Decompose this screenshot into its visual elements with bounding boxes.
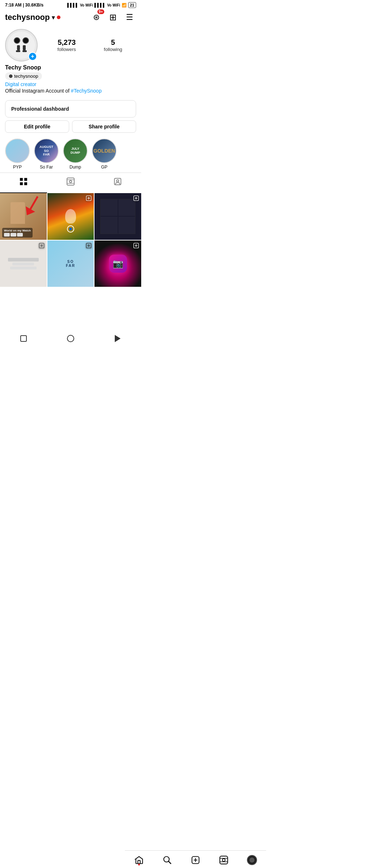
threads-logo-icon: ⊛ [9, 73, 13, 79]
plus-square-icon: ⊞ [109, 12, 117, 22]
nav-icons-group: ⊛ 9+ ⊞ ☰ [90, 11, 136, 24]
grid-item-1[interactable]: World on my Watch [0, 193, 47, 240]
wifi-label: Vo WiFi [80, 3, 93, 7]
hamburger-icon: ☰ [126, 13, 133, 22]
robot-eye-left [14, 37, 20, 44]
highlight-pyp[interactable]: PYP [5, 139, 30, 170]
grid-item-6[interactable]: 📷 [94, 241, 141, 287]
grid-icon [19, 177, 28, 188]
profile-name: Techy Snoop [5, 64, 136, 71]
reels-icon [66, 177, 75, 188]
grid-item-4[interactable] [0, 241, 47, 287]
svg-point-17 [41, 245, 42, 246]
username-area[interactable]: techysnoop ▾ [5, 13, 60, 22]
reel-badge-5 [86, 243, 92, 250]
highlights-row: PYP AUGUSTSOFAR So Far JULYDUMP Dump GOL… [0, 136, 141, 173]
live-dot [57, 16, 60, 19]
battery-icon: 21 [128, 2, 136, 8]
robot-foot-right [22, 50, 27, 52]
highlight-gp[interactable]: GOLDEN GP [92, 139, 117, 170]
followers-stat[interactable]: 5,273 followers [58, 38, 76, 52]
svg-rect-20 [134, 243, 138, 248]
svg-point-21 [135, 245, 137, 246]
grid-item-2[interactable] [47, 193, 94, 240]
robot-leg-left [17, 45, 20, 50]
hamburger-menu-button[interactable]: ☰ [123, 11, 136, 24]
grid-item-3[interactable] [94, 193, 141, 240]
robot-foot-left [16, 50, 20, 52]
svg-rect-16 [39, 243, 44, 248]
top-nav: techysnoop ▾ ⊛ 9+ ⊞ ☰ [0, 9, 141, 27]
highlight-label-sofar: So Far [40, 165, 53, 170]
pro-dashboard[interactable]: Professional dashboard [5, 100, 136, 118]
svg-rect-2 [20, 182, 23, 185]
wifi2-label: Vo WiFi [107, 3, 120, 7]
tab-tagged[interactable] [94, 173, 141, 193]
followers-label: followers [58, 47, 76, 52]
threads-button[interactable]: ⊛ 9+ [90, 11, 103, 24]
tab-reels[interactable] [47, 173, 94, 193]
highlight-sofar[interactable]: AUGUSTSOFAR So Far [34, 139, 59, 170]
sys-back-button[interactable] [112, 333, 123, 344]
profile-tabs [0, 173, 141, 193]
bio-link[interactable]: Digital creator [5, 81, 136, 87]
threads-handle[interactable]: ⊛ techysnoop [5, 72, 42, 80]
svg-rect-0 [20, 178, 23, 181]
svg-rect-18 [87, 243, 91, 248]
highlight-circle-sofar: AUGUSTSOFAR [34, 139, 59, 163]
tab-grid[interactable] [0, 173, 47, 193]
sys-home-button[interactable] [65, 333, 76, 344]
reel-badge-3 [133, 195, 139, 203]
tagged-icon [113, 177, 122, 188]
following-label: following [104, 47, 122, 52]
signal-icon: ▌▌▌▌ [67, 3, 79, 7]
threads-username: techysnoop [14, 73, 38, 79]
edit-profile-button[interactable]: Edit profile [5, 120, 69, 133]
highlight-label-gp: GP [101, 165, 107, 170]
highlight-circle-pyp [5, 139, 30, 163]
create-post-button[interactable]: ⊞ [106, 11, 119, 24]
dropdown-chevron-icon[interactable]: ▾ [52, 14, 55, 21]
svg-rect-14 [134, 196, 138, 200]
notification-badge: 9+ [97, 9, 104, 14]
pro-dashboard-label: Professional dashboard [11, 106, 69, 112]
reel-badge-2 [86, 195, 92, 203]
wifi-icon: 📶 [122, 3, 127, 8]
robot-leg-right [23, 45, 26, 50]
grid-thumb-1: World on my Watch [0, 193, 47, 240]
status-bar: 7:18 AM | 30.6KB/s ▌▌▌▌ Vo WiFi ▌▌▌▌ Vo … [0, 0, 141, 9]
share-profile-button[interactable]: Share profile [72, 120, 136, 133]
action-buttons: Edit profile Share profile [5, 120, 136, 133]
svg-rect-3 [24, 182, 27, 185]
threads-icon: ⊛ [93, 13, 100, 22]
grid-item-5[interactable]: SO FAR [47, 241, 94, 287]
following-count: 5 [104, 38, 122, 47]
status-icons: ▌▌▌▌ Vo WiFi ▌▌▌▌ Vo WiFi 📶 21 [67, 2, 136, 8]
highlight-label-pyp: PYP [13, 165, 22, 170]
add-to-story-button[interactable]: + [28, 52, 37, 61]
svg-rect-4 [67, 178, 74, 185]
sys-square-button[interactable] [18, 333, 29, 344]
reel-badge-4 [39, 243, 45, 250]
reel-badge-6 [133, 243, 139, 250]
system-nav [0, 330, 141, 347]
highlight-dump[interactable]: JULYDUMP Dump [63, 139, 88, 170]
highlight-circle-dump: JULYDUMP [63, 139, 88, 163]
following-stat[interactable]: 5 following [104, 38, 122, 52]
svg-point-19 [88, 245, 89, 246]
highlight-circle-gp: GOLDEN [92, 139, 117, 163]
photo-grid: World on my Watch [0, 193, 141, 287]
svg-rect-12 [87, 196, 91, 200]
svg-point-13 [88, 197, 89, 199]
bio-hashtag[interactable]: #TechySnoop [71, 88, 102, 94]
followers-count: 5,273 [58, 38, 76, 47]
profile-top: + 5,273 followers 5 following [5, 29, 136, 61]
username-text: techysnoop [5, 13, 50, 22]
highlight-label-dump: Dump [70, 165, 81, 170]
svg-rect-1 [24, 178, 27, 181]
robot-avatar-icon [10, 34, 32, 56]
bio-text: Official Instagram Account of #TechySnoo… [5, 88, 136, 94]
avatar-wrap[interactable]: + [5, 29, 38, 61]
signal2-icon: ▌▌▌▌ [94, 3, 106, 7]
status-time: 7:18 AM | 30.6KB/s [5, 3, 43, 8]
